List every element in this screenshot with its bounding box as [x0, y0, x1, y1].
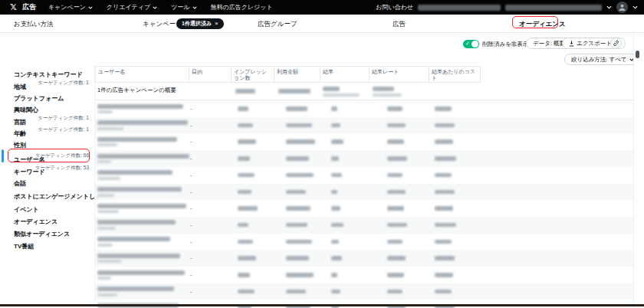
redacted-value [97, 293, 117, 297]
campaign-filter-chip[interactable]: 1件選択済み × [176, 18, 224, 29]
scrollbar-thumb[interactable] [636, 51, 639, 58]
summary-row-label: 1件の広告キャンペーンの概要 [97, 87, 176, 94]
column-header-4[interactable]: 利用金額 [274, 66, 320, 83]
sidebar-item-1[interactable]: コンテキストキーワード [14, 66, 94, 76]
topbar-menu-3[interactable]: ツール [171, 3, 196, 11]
scrollbar-track[interactable] [633, 33, 644, 304]
redacted-value [238, 273, 250, 277]
redacted-value [331, 273, 337, 277]
targeting-count-badge: ターゲティング件数: 1 [38, 80, 89, 87]
redacted-value [373, 87, 394, 91]
avatar-chevron-down-icon[interactable] [632, 5, 638, 9]
redacted-value [286, 139, 315, 144]
redacted-value [373, 93, 402, 97]
table-row[interactable] [95, 200, 633, 217]
column-header-5[interactable]: 結果 [320, 66, 370, 83]
redacted-value [435, 190, 455, 195]
redacted-value [97, 227, 116, 230]
topbar-menu-1[interactable]: キャンペーン [48, 3, 93, 11]
redacted-value [286, 173, 314, 178]
table-row[interactable] [95, 133, 633, 150]
redacted-value [387, 273, 404, 277]
table-row[interactable] [95, 100, 633, 117]
redacted-value [286, 223, 307, 228]
tab-1[interactable]: お支払い方法 [14, 20, 53, 29]
sidebar-item-6[interactable]: 年齢ターゲティング件数: 1 [14, 125, 94, 135]
redacted-value [286, 290, 306, 294]
sidebar-item-13[interactable]: オーディエンス [14, 213, 94, 223]
targeting-count-badge: ターゲティング件数: 53 [35, 165, 89, 172]
redacted-value [238, 223, 248, 228]
column-header-2[interactable]: 目的 [189, 66, 232, 83]
redacted-value [331, 256, 342, 260]
account-chevron-down-icon[interactable] [606, 5, 612, 9]
contact-link[interactable]: お問い合わせ [376, 3, 413, 11]
objective-cell: - [190, 238, 192, 245]
topbar-menu-label: ツール [171, 3, 189, 11]
sidebar-item-5[interactable]: 言語ターゲティング件数: 1 [14, 113, 94, 123]
topbar-menu-2[interactable]: クリエイティブ [107, 3, 157, 11]
table-row[interactable] [95, 234, 633, 251]
topbar-menu-4[interactable]: 無料の広告クレジット [211, 3, 273, 11]
topbar-menu-label: キャンペーン [48, 3, 86, 11]
redacted-value [97, 170, 172, 175]
table-row[interactable] [95, 267, 633, 283]
table-row[interactable] [95, 167, 633, 184]
objective-cell: - [190, 254, 192, 261]
sidebar-item-8[interactable]: ユーザー名ターゲティング件数: 66 [14, 151, 94, 161]
table-row[interactable] [95, 150, 633, 167]
sidebar-item-4[interactable]: 興味関心 [14, 101, 94, 111]
chip-close-icon[interactable]: × [215, 20, 219, 27]
sidebar-item-15[interactable]: TV番組 [14, 238, 94, 247]
account-id-redacted [418, 5, 501, 11]
sidebar-item-7[interactable]: 性別 [14, 136, 94, 146]
tab-5[interactable]: オーディエンス [519, 20, 566, 29]
redacted-value [238, 123, 253, 128]
redacted-value [97, 194, 114, 197]
tab-4[interactable]: 広告 [393, 20, 406, 29]
redacted-value [238, 173, 255, 178]
toggle-knob [472, 41, 478, 48]
sidebar-item-label: 性別 [14, 142, 26, 149]
sidebar-item-12[interactable]: イベント [14, 201, 94, 211]
redacted-value [286, 123, 312, 128]
redacted-value [435, 139, 453, 144]
redacted-value [387, 123, 406, 128]
column-header-6[interactable]: 結果レート [370, 66, 429, 83]
share-link-button[interactable] [610, 38, 622, 49]
x-logo-icon[interactable]: 𝕏 [10, 3, 17, 11]
download-icon [569, 41, 574, 47]
redacted-value [238, 156, 250, 161]
table-row[interactable] [95, 184, 633, 201]
redacted-value [435, 123, 455, 128]
table-row[interactable] [95, 217, 633, 234]
avatar[interactable] [616, 2, 628, 13]
redacted-value [97, 287, 174, 291]
topbar-menu-label: クリエイティブ [107, 3, 150, 11]
redacted-value [435, 206, 453, 211]
redacted-value [435, 156, 456, 161]
hide-deleted-toggle[interactable]: ✓ [463, 40, 479, 48]
redacted-value [435, 240, 452, 244]
column-header-1[interactable]: ユーザー名 [95, 66, 189, 83]
column-header-7[interactable]: 結果あたりのコスト [429, 66, 481, 83]
sidebar-item-14[interactable]: 類似オーディエンス [14, 225, 94, 235]
redacted-value [238, 206, 258, 211]
table-row[interactable] [95, 250, 633, 267]
sidebar-item-9[interactable]: キーワードターゲティング件数: 53 [14, 163, 94, 173]
tab-3[interactable]: 広告グループ [258, 20, 297, 29]
table-row[interactable] [95, 283, 633, 300]
column-header-3[interactable]: インプレッション数 [232, 66, 274, 83]
sidebar-item-11[interactable]: ポストにエンゲージメントした... [14, 188, 94, 198]
redacted-value [387, 173, 402, 178]
table-row[interactable] [95, 117, 633, 134]
sidebar-item-2[interactable]: 地域ターゲティング件数: 1 [14, 78, 94, 88]
redacted-value [331, 190, 337, 195]
redacted-value [286, 273, 314, 277]
sidebar-item-10[interactable]: 会話 [14, 175, 94, 185]
redacted-value [387, 106, 402, 111]
filter-method-button[interactable]: 絞り込み方法: すべて [564, 54, 641, 65]
sidebar-item-3[interactable]: プラットフォーム [14, 90, 94, 100]
redacted-value [97, 154, 189, 159]
redacted-value [331, 106, 337, 111]
